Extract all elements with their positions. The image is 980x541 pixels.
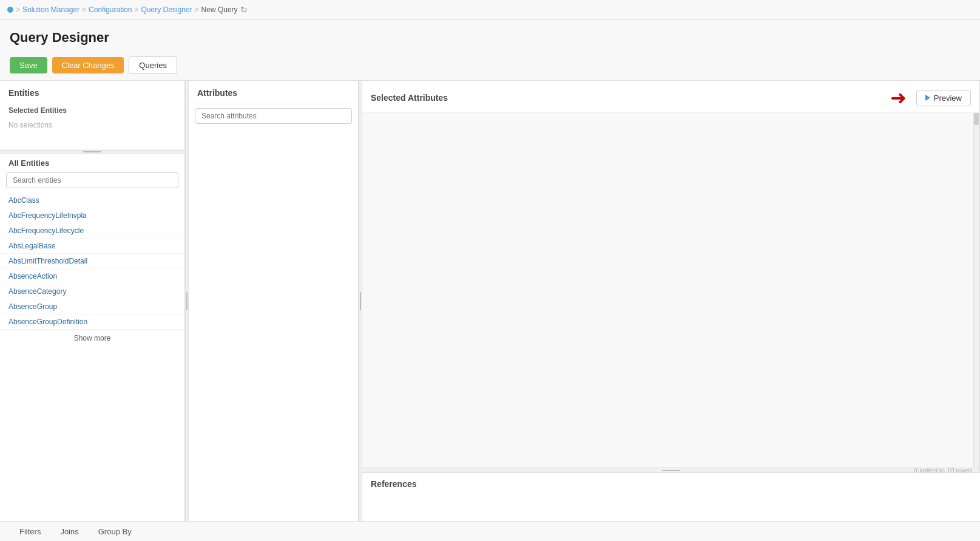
references-title: References — [371, 479, 972, 489]
list-item[interactable]: AbsenceGroupDefinition — [0, 315, 184, 330]
list-item[interactable]: AbcClass — [0, 193, 184, 208]
list-item[interactable]: AbsenceAction — [0, 269, 184, 284]
toolbar: Save Clear Changes Queries — [0, 50, 980, 81]
search-attributes-input[interactable] — [195, 108, 352, 124]
all-entities-label: All Entities — [0, 154, 184, 170]
entities-list: AbcClassAbcFrequencyLifeInvplaAbcFrequen… — [0, 192, 184, 521]
upper-right-panel: Selected Attributes ➜ Preview ⤢ — [362, 81, 980, 521]
selected-attrs-panel: Selected Attributes ➜ Preview ⤢ — [362, 81, 980, 472]
save-button[interactable]: Save — [10, 57, 47, 73]
breadcrumb: > Solution Manager > Configuration > Que… — [0, 0, 980, 20]
queries-button[interactable]: Queries — [129, 56, 177, 74]
limited-note: (Limited to 10 rows) — [913, 467, 972, 473]
tab-filters[interactable]: Filters — [10, 522, 50, 541]
selected-attrs-resize-handle[interactable]: (Limited to 10 rows) — [362, 468, 979, 472]
tab-group-by[interactable]: Group By — [89, 522, 141, 541]
all-entities-section: All Entities AbcClassAbcFrequencyLifeInv… — [0, 154, 184, 521]
bottom-tabs: Filters Joins Group By — [0, 521, 980, 541]
attributes-search-area — [189, 103, 358, 129]
preview-button-label: Preview — [934, 94, 962, 103]
list-item[interactable]: AbcFrequencyLifeInvpla — [0, 208, 184, 223]
breadcrumb-current: New Query — [201, 5, 238, 14]
selected-attrs-header: Selected Attributes ➜ Preview — [362, 81, 979, 113]
list-item[interactable]: AbsLegalBase — [0, 239, 184, 254]
selected-attrs-content — [362, 113, 979, 468]
home-dot-icon — [7, 7, 13, 13]
selected-attrs-scroll-thumb — [974, 113, 979, 125]
red-arrow-icon: ➜ — [890, 88, 907, 107]
entities-panel: Entities Selected Entities No selections… — [0, 81, 185, 521]
breadcrumb-solution-manager[interactable]: Solution Manager — [22, 5, 79, 14]
page-header: Query Designer — [0, 20, 980, 50]
show-more-button[interactable]: Show more — [0, 330, 184, 346]
refresh-icon[interactable]: ↻ — [240, 5, 248, 15]
preview-button[interactable]: Preview — [916, 90, 971, 106]
clear-changes-button[interactable]: Clear Changes — [52, 57, 124, 73]
breadcrumb-configuration[interactable]: Configuration — [89, 5, 132, 14]
main-area: Entities Selected Entities No selections… — [0, 81, 980, 541]
list-item[interactable]: AbsenceGroup — [0, 299, 184, 315]
arrow-indicator: ➜ — [890, 88, 907, 107]
selected-attrs-body: (Limited to 10 rows) — [362, 113, 979, 472]
attributes-panel-title: Attributes — [189, 81, 358, 103]
selected-attrs-title: Selected Attributes — [371, 93, 448, 103]
entities-panel-title: Entities — [0, 81, 184, 101]
selected-attrs-scrollbar[interactable] — [973, 113, 979, 468]
no-selections-text: No selections — [8, 118, 176, 132]
selected-entities-area: Selected Entities No selections — [0, 101, 184, 150]
search-entities-input[interactable] — [6, 172, 178, 188]
page-title: Query Designer — [10, 30, 970, 46]
list-item[interactable]: AbcFrequencyLifecycle — [0, 223, 184, 239]
top-panels: Entities Selected Entities No selections… — [0, 81, 980, 521]
entities-list-inner: AbcClassAbcFrequencyLifeInvplaAbcFrequen… — [0, 192, 184, 347]
list-item[interactable]: AbsenceCategory — [0, 284, 184, 299]
attributes-panel: Attributes — [189, 81, 359, 521]
tab-joins[interactable]: Joins — [50, 522, 88, 541]
breadcrumb-query-designer[interactable]: Query Designer — [141, 5, 192, 14]
list-item[interactable]: AbsLimitThresholdDetail — [0, 254, 184, 269]
references-panel: References — [362, 472, 980, 521]
selected-entities-label: Selected Entities — [8, 106, 176, 115]
play-icon — [925, 95, 930, 101]
